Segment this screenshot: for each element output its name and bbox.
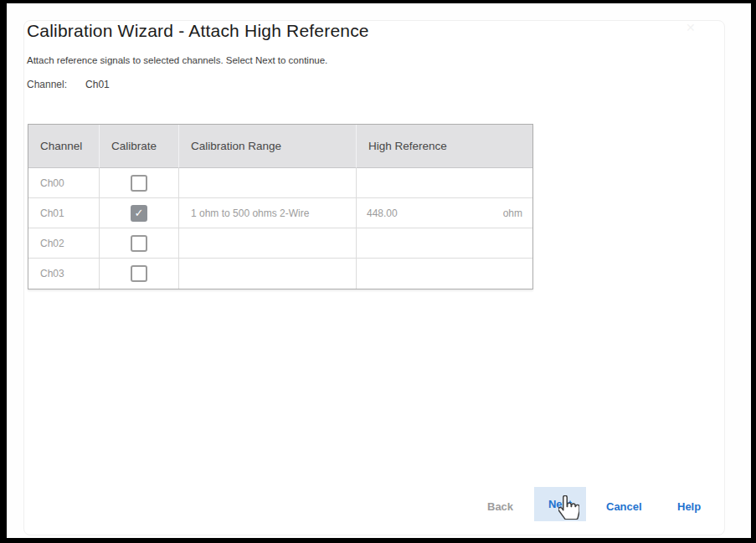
col-header-channel: Channel <box>28 125 100 168</box>
instruction-text: Attach reference signals to selected cha… <box>27 55 327 65</box>
cell-calibrate: ✓ <box>100 259 179 289</box>
cell-calibrate: ✓ <box>100 168 179 198</box>
cell-channel: Ch02 <box>28 228 100 259</box>
next-button-highlight[interactable]: Next <box>534 487 586 521</box>
help-button[interactable]: Help <box>677 500 701 513</box>
cell-high-reference <box>357 168 532 198</box>
close-icon[interactable]: ✕ <box>686 22 696 33</box>
checkmark-icon: ✓ <box>135 207 144 218</box>
next-button[interactable]: Next <box>548 498 572 510</box>
calibrate-checkbox[interactable]: ✓ <box>131 265 147 282</box>
cancel-button[interactable]: Cancel <box>606 500 642 513</box>
calibrate-checkbox[interactable]: ✓ <box>131 205 147 222</box>
table-row: Ch01 ✓ 1 ohm to 500 ohms 2-Wire 448.00 o… <box>28 198 532 228</box>
table-header-row: Channel Calibrate Calibration Range High… <box>28 125 532 168</box>
channel-row: Channel:Ch01 <box>27 79 110 90</box>
cell-calibration-range: 1 ohm to 500 ohms 2-Wire <box>179 198 357 228</box>
table-row: Ch03 ✓ <box>28 259 532 289</box>
screenshot-frame: Calibration Wizard - Attach High Referen… <box>0 0 756 543</box>
cell-high-reference <box>357 259 532 289</box>
col-header-calibration-range: Calibration Range <box>179 125 357 168</box>
cell-high-reference <box>357 228 532 259</box>
cell-calibration-range <box>179 259 357 289</box>
calibration-table: Channel Calibrate Calibration Range High… <box>28 124 533 289</box>
high-ref-unit: ohm <box>503 207 522 219</box>
table-row: Ch02 ✓ <box>28 228 532 259</box>
high-ref-value: 448.00 <box>367 207 398 219</box>
cell-channel: Ch01 <box>28 198 100 228</box>
cell-calibrate: ✓ <box>100 228 179 259</box>
col-header-calibrate: Calibrate <box>100 125 179 168</box>
cell-calibration-range <box>179 228 357 259</box>
cell-channel: Ch03 <box>28 259 100 289</box>
table-row: Ch00 ✓ <box>28 168 532 198</box>
cell-calibrate: ✓ <box>100 198 179 228</box>
cell-channel: Ch00 <box>28 168 100 198</box>
page-title: Calibration Wizard - Attach High Referen… <box>27 21 369 41</box>
cell-calibration-range <box>179 168 357 198</box>
back-button[interactable]: Back <box>487 500 513 513</box>
calibrate-checkbox[interactable]: ✓ <box>131 175 147 192</box>
calibrate-checkbox[interactable]: ✓ <box>131 235 147 252</box>
channel-value: Ch01 <box>85 79 110 90</box>
cell-high-reference[interactable]: 448.00 ohm <box>357 198 532 228</box>
col-header-high-reference: High Reference <box>357 125 532 168</box>
channel-label: Channel: <box>27 79 67 90</box>
